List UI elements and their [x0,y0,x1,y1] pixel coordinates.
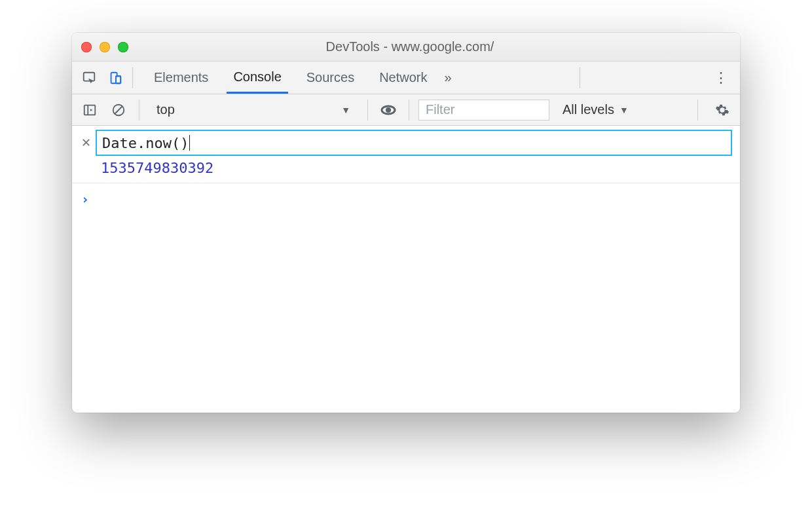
separator [132,67,133,88]
chevron-right-icon: » [445,70,452,85]
console-toolbar: top ▼ All levels ▼ [72,94,740,126]
console-output: ✕ Date.now() 1535749830392 › [72,126,740,215]
log-level-selector[interactable]: All levels ▼ [563,102,629,117]
customize-devtools-button[interactable]: ⋮ [707,69,735,86]
tab-network[interactable]: Network [373,62,434,94]
tab-console[interactable]: Console [227,62,287,94]
more-tabs-button[interactable]: » [441,70,456,85]
tab-elements[interactable]: Elements [147,62,215,94]
inspect-element-icon[interactable] [77,66,101,90]
main-tabbar: Elements Console Sources Network » ⋮ [72,62,740,94]
kebab-icon: ⋮ [714,69,728,86]
execution-context-selector[interactable]: top ▼ [149,102,358,117]
clear-console-icon[interactable] [107,99,130,121]
chevron-right-icon: › [81,191,89,207]
live-expression-input[interactable]: Date.now() [96,130,732,156]
console-prompt-row[interactable]: › [72,183,740,215]
svg-rect-4 [84,105,96,115]
text-caret [189,135,190,151]
separator [697,100,698,121]
svg-point-9 [386,107,391,113]
separator [409,100,409,121]
separator [367,100,368,121]
device-toolbar-icon[interactable] [103,66,127,90]
remove-expression-icon[interactable]: ✕ [80,136,92,150]
triangle-down-icon: ▼ [619,105,629,115]
separator [139,100,139,121]
console-settings-icon[interactable] [711,99,733,121]
expression-result: 1535749830392 [72,159,740,183]
live-expression-row: ✕ Date.now() [72,126,740,159]
titlebar: DevTools - www.google.com/ [72,33,740,62]
levels-label: All levels [563,102,614,117]
triangle-down-icon: ▼ [341,105,350,115]
live-expression-icon[interactable] [377,99,399,121]
svg-line-7 [115,106,122,113]
filter-input[interactable] [418,100,549,121]
tab-sources[interactable]: Sources [300,62,361,94]
close-window-button[interactable] [81,42,92,52]
devtools-window: DevTools - www.google.com/ Elements Cons… [72,33,740,413]
separator [580,67,580,88]
toggle-console-sidebar-icon[interactable] [79,99,101,121]
window-title: DevTools - www.google.com/ [109,39,711,54]
panel-tabs: Elements Console Sources Network [147,62,434,94]
svg-rect-2 [116,76,120,83]
expression-text: Date.now() [102,135,189,151]
context-label: top [157,102,175,117]
